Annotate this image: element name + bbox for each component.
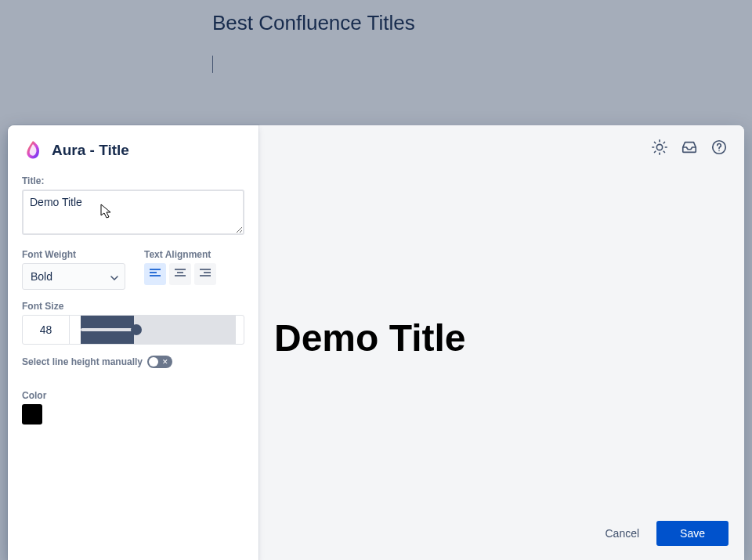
line-height-toggle-label: Select line height manually xyxy=(22,356,143,367)
color-row: Color xyxy=(22,390,244,425)
color-label: Color xyxy=(22,390,244,401)
font-size-control xyxy=(22,315,244,345)
font-size-input[interactable] xyxy=(23,316,70,344)
svg-point-19 xyxy=(718,150,719,151)
align-center-button[interactable] xyxy=(169,263,191,285)
config-panel: Aura - Title Title: Font Weight Bold Tex… xyxy=(8,125,258,560)
color-swatch[interactable] xyxy=(22,404,42,425)
font-size-slider-wrap xyxy=(76,316,244,344)
title-label: Title: xyxy=(22,175,244,186)
title-input[interactable] xyxy=(22,190,244,235)
font-weight-label: Font Weight xyxy=(22,249,125,260)
align-left-icon xyxy=(150,269,161,280)
font-weight-select[interactable]: Bold xyxy=(22,263,125,290)
modal-footer: Cancel Save xyxy=(600,521,728,546)
sun-icon[interactable] xyxy=(650,138,669,157)
toggle-off-icon: ✕ xyxy=(162,359,168,366)
preview-title: Demo Title xyxy=(274,316,466,359)
panel-title: Aura - Title xyxy=(52,142,129,159)
cancel-button[interactable]: Cancel xyxy=(600,521,644,546)
title-field-row: Title: xyxy=(22,175,244,238)
font-weight-select-wrap: Bold xyxy=(22,263,125,290)
text-alignment-label: Text Alignment xyxy=(144,249,216,260)
align-center-icon xyxy=(175,269,186,280)
font-size-row: Font Size xyxy=(22,301,244,345)
aura-title-modal: Aura - Title Title: Font Weight Bold Tex… xyxy=(8,125,744,560)
font-size-label: Font Size xyxy=(22,301,244,312)
svg-line-17 xyxy=(663,142,664,143)
save-button[interactable]: Save xyxy=(656,521,728,546)
aura-logo-icon xyxy=(22,139,44,161)
svg-line-16 xyxy=(654,151,655,152)
align-right-button[interactable] xyxy=(194,263,216,285)
line-height-toggle-row: Select line height manually ✕ xyxy=(22,356,244,368)
inbox-icon[interactable] xyxy=(680,138,699,157)
font-size-slider[interactable] xyxy=(81,316,236,344)
font-weight-group: Font Weight Bold xyxy=(22,249,125,290)
svg-line-14 xyxy=(654,142,655,143)
svg-point-9 xyxy=(656,144,662,150)
align-right-icon xyxy=(200,269,211,280)
preview-panel: Demo Title Cancel Save xyxy=(258,125,744,560)
toggle-knob xyxy=(149,357,158,367)
align-left-button[interactable] xyxy=(144,263,166,285)
text-alignment-group: Text Alignment xyxy=(144,249,216,285)
editor-caret xyxy=(212,56,213,73)
svg-line-15 xyxy=(663,151,664,152)
help-icon[interactable] xyxy=(710,138,728,157)
top-icon-bar xyxy=(650,138,728,157)
confluence-page-background: Best Confluence Titles xyxy=(0,0,752,125)
page-title: Best Confluence Titles xyxy=(212,11,415,35)
line-height-toggle[interactable]: ✕ xyxy=(147,356,172,368)
weight-align-row: Font Weight Bold Text Alignment xyxy=(22,249,244,290)
alignment-buttons xyxy=(144,263,216,285)
panel-header: Aura - Title xyxy=(22,139,244,161)
